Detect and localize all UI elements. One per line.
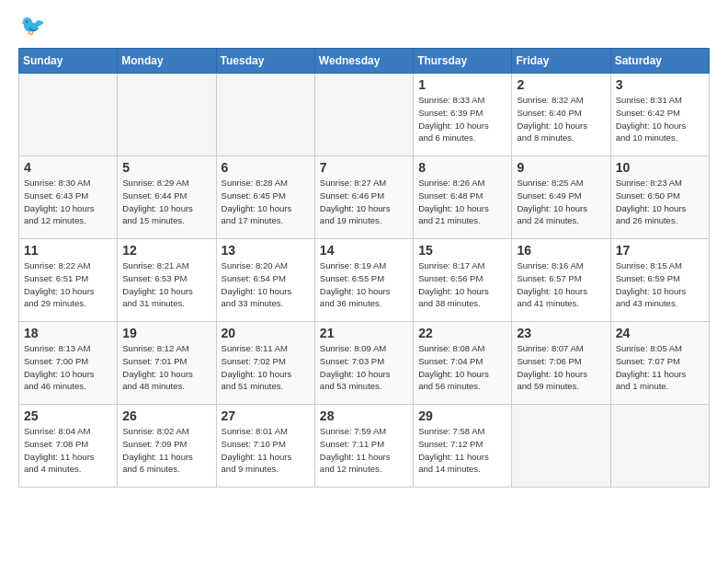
day-number: 28 [320,408,408,423]
calendar-cell: 17Sunrise: 8:15 AM Sunset: 6:59 PM Dayli… [610,239,709,322]
day-number: 2 [517,77,605,92]
day-info: Sunrise: 8:07 AM Sunset: 7:06 PM Dayligh… [517,342,605,393]
day-info: Sunrise: 8:23 AM Sunset: 6:50 PM Dayligh… [616,177,704,227]
weekday-header-saturday: Saturday [610,49,709,74]
day-info: Sunrise: 8:11 AM Sunset: 7:02 PM Dayligh… [222,342,310,393]
calendar-cell [314,74,413,156]
day-number: 27 [222,408,310,423]
calendar-cell: 23Sunrise: 8:07 AM Sunset: 7:06 PM Dayli… [512,322,610,405]
day-info: Sunrise: 8:05 AM Sunset: 7:07 PM Dayligh… [616,342,704,393]
day-number: 26 [122,408,210,423]
calendar-cell: 4Sunrise: 8:30 AM Sunset: 6:43 PM Daylig… [19,156,118,239]
day-info: Sunrise: 8:04 AM Sunset: 7:08 PM Dayligh… [24,425,112,476]
calendar-cell [610,405,709,488]
day-info: Sunrise: 8:08 AM Sunset: 7:04 PM Dayligh… [418,342,506,393]
day-info: Sunrise: 8:30 AM Sunset: 6:43 PM Dayligh… [24,177,112,227]
calendar-cell: 6Sunrise: 8:28 AM Sunset: 6:45 PM Daylig… [216,156,314,239]
calendar-cell: 27Sunrise: 8:01 AM Sunset: 7:10 PM Dayli… [216,405,314,488]
day-info: Sunrise: 8:22 AM Sunset: 6:51 PM Dayligh… [24,259,112,310]
calendar-cell [19,74,118,156]
day-number: 12 [122,243,210,258]
day-number: 9 [517,160,605,175]
day-number: 22 [418,326,506,340]
day-number: 23 [517,326,605,340]
calendar-cell: 20Sunrise: 8:11 AM Sunset: 7:02 PM Dayli… [216,322,314,405]
calendar-cell [216,74,314,156]
calendar-cell: 8Sunrise: 8:26 AM Sunset: 6:48 PM Daylig… [414,156,512,239]
page-header: 🐦 [18,15,710,37]
calendar-cell: 10Sunrise: 8:23 AM Sunset: 6:50 PM Dayli… [610,156,709,239]
day-number: 18 [24,326,112,340]
weekday-header-monday: Monday [118,49,216,74]
day-info: Sunrise: 8:21 AM Sunset: 6:53 PM Dayligh… [122,259,210,310]
day-number: 14 [320,243,408,258]
calendar-cell: 5Sunrise: 8:29 AM Sunset: 6:44 PM Daylig… [118,156,216,239]
day-number: 8 [418,160,506,175]
day-number: 3 [616,77,704,92]
day-info: Sunrise: 8:02 AM Sunset: 7:09 PM Dayligh… [122,425,210,476]
weekday-header-thursday: Thursday [414,49,512,74]
calendar-cell: 29Sunrise: 7:58 AM Sunset: 7:12 PM Dayli… [414,405,512,488]
day-number: 10 [616,160,704,175]
day-number: 25 [24,408,112,423]
calendar-week-row: 4Sunrise: 8:30 AM Sunset: 6:43 PM Daylig… [19,156,710,239]
day-number: 24 [616,326,704,340]
calendar-cell: 16Sunrise: 8:16 AM Sunset: 6:57 PM Dayli… [512,239,610,322]
weekday-header-row: SundayMondayTuesdayWednesdayThursdayFrid… [19,49,710,74]
calendar-cell: 13Sunrise: 8:20 AM Sunset: 6:54 PM Dayli… [216,239,314,322]
weekday-header-wednesday: Wednesday [314,49,413,74]
weekday-header-friday: Friday [512,49,610,74]
calendar-cell: 26Sunrise: 8:02 AM Sunset: 7:09 PM Dayli… [118,405,216,488]
calendar-cell: 1Sunrise: 8:33 AM Sunset: 6:39 PM Daylig… [414,74,512,156]
day-info: Sunrise: 8:01 AM Sunset: 7:10 PM Dayligh… [222,425,310,476]
calendar-cell: 28Sunrise: 7:59 AM Sunset: 7:11 PM Dayli… [314,405,413,488]
day-number: 16 [517,243,605,258]
weekday-header-sunday: Sunday [19,49,118,74]
day-info: Sunrise: 8:12 AM Sunset: 7:01 PM Dayligh… [122,342,210,393]
calendar-cell: 19Sunrise: 8:12 AM Sunset: 7:01 PM Dayli… [118,322,216,405]
logo-bird-icon: 🐦 [20,15,45,37]
day-info: Sunrise: 8:13 AM Sunset: 7:00 PM Dayligh… [24,342,112,393]
calendar-cell: 14Sunrise: 8:19 AM Sunset: 6:55 PM Dayli… [314,239,413,322]
day-info: Sunrise: 8:15 AM Sunset: 6:59 PM Dayligh… [616,259,704,310]
calendar-cell: 15Sunrise: 8:17 AM Sunset: 6:56 PM Dayli… [414,239,512,322]
calendar-cell: 7Sunrise: 8:27 AM Sunset: 6:46 PM Daylig… [314,156,413,239]
calendar-cell: 2Sunrise: 8:32 AM Sunset: 6:40 PM Daylig… [512,74,610,156]
calendar-cell: 3Sunrise: 8:31 AM Sunset: 6:42 PM Daylig… [610,74,709,156]
calendar-cell: 21Sunrise: 8:09 AM Sunset: 7:03 PM Dayli… [314,322,413,405]
day-info: Sunrise: 8:19 AM Sunset: 6:55 PM Dayligh… [320,259,408,310]
weekday-header-tuesday: Tuesday [216,49,314,74]
day-info: Sunrise: 8:26 AM Sunset: 6:48 PM Dayligh… [418,177,506,227]
calendar-week-row: 1Sunrise: 8:33 AM Sunset: 6:39 PM Daylig… [19,74,710,156]
day-info: Sunrise: 8:20 AM Sunset: 6:54 PM Dayligh… [222,259,310,310]
day-info: Sunrise: 8:31 AM Sunset: 6:42 PM Dayligh… [616,94,704,144]
app-logo: 🐦 [18,15,45,37]
calendar-cell: 11Sunrise: 8:22 AM Sunset: 6:51 PM Dayli… [19,239,118,322]
day-info: Sunrise: 7:59 AM Sunset: 7:11 PM Dayligh… [320,425,408,476]
day-info: Sunrise: 8:32 AM Sunset: 6:40 PM Dayligh… [517,94,605,144]
day-number: 5 [122,160,210,175]
day-number: 6 [222,160,310,175]
day-info: Sunrise: 8:16 AM Sunset: 6:57 PM Dayligh… [517,259,605,310]
day-info: Sunrise: 7:58 AM Sunset: 7:12 PM Dayligh… [418,425,506,476]
calendar-cell: 9Sunrise: 8:25 AM Sunset: 6:49 PM Daylig… [512,156,610,239]
calendar-cell: 24Sunrise: 8:05 AM Sunset: 7:07 PM Dayli… [610,322,709,405]
day-number: 19 [122,326,210,340]
day-number: 20 [222,326,310,340]
calendar-table: SundayMondayTuesdayWednesdayThursdayFrid… [18,48,710,488]
calendar-cell: 12Sunrise: 8:21 AM Sunset: 6:53 PM Dayli… [118,239,216,322]
calendar-cell: 22Sunrise: 8:08 AM Sunset: 7:04 PM Dayli… [414,322,512,405]
day-number: 7 [320,160,408,175]
day-info: Sunrise: 8:25 AM Sunset: 6:49 PM Dayligh… [517,177,605,227]
day-number: 15 [418,243,506,258]
day-info: Sunrise: 8:28 AM Sunset: 6:45 PM Dayligh… [222,177,310,227]
day-info: Sunrise: 8:17 AM Sunset: 6:56 PM Dayligh… [418,259,506,310]
calendar-cell [512,405,610,488]
calendar-week-row: 11Sunrise: 8:22 AM Sunset: 6:51 PM Dayli… [19,239,710,322]
calendar-cell: 18Sunrise: 8:13 AM Sunset: 7:00 PM Dayli… [19,322,118,405]
day-number: 11 [24,243,112,258]
day-info: Sunrise: 8:29 AM Sunset: 6:44 PM Dayligh… [122,177,210,227]
day-number: 4 [24,160,112,175]
day-number: 21 [320,326,408,340]
calendar-cell [118,74,216,156]
